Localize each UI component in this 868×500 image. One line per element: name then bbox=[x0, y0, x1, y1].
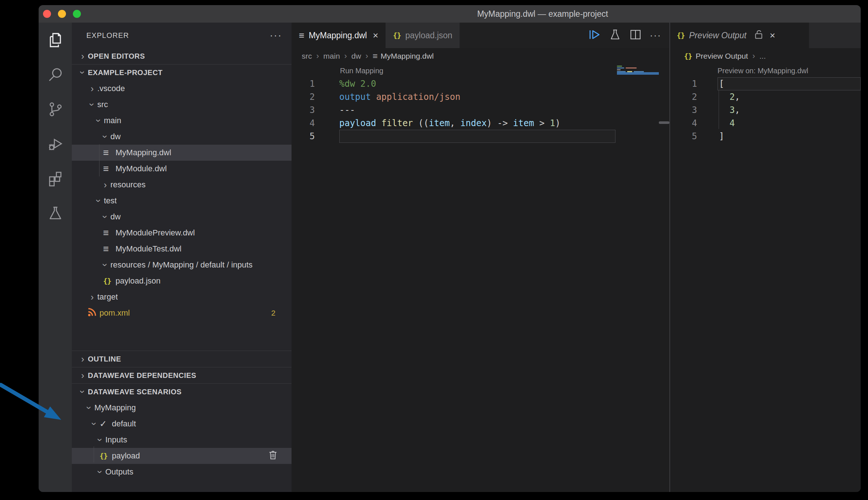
scrollbar-thumb[interactable] bbox=[659, 121, 669, 124]
chevron-down-icon: › bbox=[84, 403, 94, 413]
test-flask-icon[interactable] bbox=[39, 196, 72, 230]
editor-tab-bar: ≡ MyMapping.dwl × {} payload.json bbox=[292, 23, 669, 48]
breadcrumb-file[interactable]: MyMapping.dwl bbox=[380, 52, 434, 60]
breadcrumb-main[interactable]: main bbox=[323, 52, 340, 60]
file-lines-icon: ≡ bbox=[372, 51, 378, 61]
tree-item-mymapping-dwl[interactable]: ≡ MyMapping.dwl bbox=[72, 145, 292, 161]
breadcrumb: src › main › dw › ≡ MyMapping.dwl bbox=[292, 48, 669, 64]
chevron-down-icon: › bbox=[89, 419, 99, 429]
chevron-down-icon: › bbox=[100, 132, 110, 142]
breadcrumb-more[interactable]: ... bbox=[759, 52, 766, 60]
current-line-highlight bbox=[339, 130, 615, 143]
scenario-item-payload[interactable]: {} payload bbox=[72, 448, 292, 464]
section-dataweave-scenarios[interactable]: › DATAWEAVE SCENARIOS bbox=[72, 383, 292, 400]
tree-item-resources-compact[interactable]: › resources / MyMapping / default / inpu… bbox=[72, 257, 292, 273]
close-tab-icon[interactable]: × bbox=[770, 30, 775, 41]
close-tab-icon[interactable]: × bbox=[373, 30, 378, 41]
split-editor-icon[interactable] bbox=[629, 28, 642, 42]
file-lines-icon: ≡ bbox=[299, 30, 304, 41]
sidebar-title: EXPLORER bbox=[86, 31, 129, 40]
tree-item-target[interactable]: › target bbox=[72, 289, 292, 305]
json-braces-icon: {} bbox=[393, 31, 401, 40]
chevron-down-icon: › bbox=[95, 435, 105, 445]
screenshot-stage: MyMapping.dwl — example-project bbox=[0, 0, 868, 500]
tree-item-mymoduletest-dwl[interactable]: ≡ MyModuleTest.dwl bbox=[72, 241, 292, 257]
preview-on-codelens[interactable]: Preview on: MyMapping.dwl bbox=[670, 64, 861, 77]
chevron-right-icon: › bbox=[100, 180, 110, 190]
extensions-icon[interactable] bbox=[39, 161, 72, 196]
code-line: 2output application/json bbox=[292, 90, 669, 103]
window-title: MyMapping.dwl — example-project bbox=[477, 5, 608, 23]
tab-preview-output[interactable]: {} Preview Output × bbox=[670, 23, 809, 48]
source-control-icon[interactable] bbox=[39, 92, 72, 126]
tree-item-payload-json[interactable]: {} payload.json bbox=[72, 273, 292, 289]
tree-item-pom-xml[interactable]: pom.xml 2 bbox=[72, 305, 292, 321]
explorer-sidebar: EXPLORER ··· › OPEN EDITORS › EXAMPLE-PR… bbox=[72, 23, 292, 492]
tree-item-src[interactable]: › src bbox=[72, 97, 292, 113]
code-line: 5] bbox=[670, 130, 861, 143]
chevron-right-icon: › bbox=[78, 51, 88, 61]
tree-item-test-dw[interactable]: › dw bbox=[72, 209, 292, 225]
current-line-highlight bbox=[718, 77, 861, 90]
tab-mymapping-dwl[interactable]: ≡ MyMapping.dwl × bbox=[292, 23, 386, 48]
zoom-window-icon[interactable] bbox=[73, 10, 81, 18]
chevron-down-icon: › bbox=[87, 99, 97, 110]
scenario-item-inputs[interactable]: › Inputs bbox=[72, 432, 292, 448]
section-outline[interactable]: › OUTLINE bbox=[72, 351, 292, 367]
breadcrumb-src[interactable]: src bbox=[302, 52, 312, 60]
chevron-down-icon: › bbox=[78, 67, 88, 78]
breadcrumb-preview-output[interactable]: Preview Output bbox=[696, 52, 748, 60]
code-editor[interactable]: Run Mapping 1%dw 2.0 2output application… bbox=[292, 64, 669, 492]
tree-item-vscode[interactable]: › .vscode bbox=[72, 81, 292, 97]
title-bar: MyMapping.dwl — example-project bbox=[39, 5, 861, 23]
scenario-item-outputs[interactable]: › Outputs bbox=[72, 464, 292, 480]
editor-actions: ··· bbox=[589, 23, 669, 48]
sidebar-header: EXPLORER ··· bbox=[72, 23, 292, 48]
unlocked-padlock-icon[interactable] bbox=[754, 29, 764, 42]
more-actions-icon[interactable]: ··· bbox=[270, 32, 282, 39]
minimap-current-line bbox=[617, 72, 659, 75]
traffic-lights bbox=[43, 10, 81, 18]
minimize-window-icon[interactable] bbox=[58, 10, 66, 18]
tab-payload-json[interactable]: {} payload.json bbox=[386, 23, 460, 48]
tree-item-mymodule-dwl[interactable]: ≡ MyModule.dwl bbox=[72, 161, 292, 177]
preview-breadcrumb: {} Preview Output › ... bbox=[670, 48, 861, 64]
json-braces-icon: {} bbox=[99, 452, 112, 460]
tree-item-example-project[interactable]: › EXAMPLE-PROJECT bbox=[72, 65, 292, 81]
chevron-down-icon: › bbox=[78, 387, 88, 397]
file-lines-icon: ≡ bbox=[103, 163, 116, 175]
preview-editor[interactable]: Preview on: MyMapping.dwl 1[ 2 2, 3 3, 4… bbox=[670, 64, 861, 492]
tree-item-mymodulepreview-dwl[interactable]: ≡ MyModulePreview.dwl bbox=[72, 225, 292, 241]
scenario-item-default[interactable]: › ✓ default bbox=[72, 416, 292, 432]
tree-item-test[interactable]: › test bbox=[72, 193, 292, 209]
tree-item-dw[interactable]: › dw bbox=[72, 129, 292, 145]
code-line: 3--- bbox=[292, 103, 669, 117]
tree-item-resources[interactable]: › resources bbox=[72, 177, 292, 193]
json-braces-icon: {} bbox=[684, 52, 692, 60]
scenario-item-mymapping[interactable]: › MyMapping bbox=[72, 400, 292, 416]
run-debug-icon[interactable] bbox=[39, 126, 72, 161]
delete-trash-icon[interactable] bbox=[268, 450, 278, 462]
run-mapping-icon[interactable] bbox=[589, 28, 601, 42]
tree-item-main[interactable]: › main bbox=[72, 113, 292, 129]
section-open-editors[interactable]: › OPEN EDITORS bbox=[72, 48, 292, 65]
search-icon[interactable] bbox=[39, 57, 72, 92]
code-line: 4 4 bbox=[670, 117, 861, 130]
file-lines-icon: ≡ bbox=[103, 147, 116, 159]
preview-tab-bar: {} Preview Output × bbox=[670, 23, 861, 48]
section-dataweave-dependencies[interactable]: › DATAWEAVE DEPENDENCIES bbox=[72, 367, 292, 383]
chevron-down-icon: › bbox=[94, 116, 104, 126]
chevron-down-icon: › bbox=[95, 467, 105, 477]
close-window-icon[interactable] bbox=[43, 10, 51, 18]
problems-badge: 2 bbox=[271, 309, 275, 317]
beaker-icon[interactable] bbox=[609, 28, 621, 42]
explorer-icon[interactable] bbox=[39, 23, 72, 57]
minimap[interactable] bbox=[617, 65, 659, 76]
code-line: 2 2, bbox=[670, 90, 861, 103]
file-lines-icon: ≡ bbox=[103, 243, 116, 255]
check-icon: ✓ bbox=[99, 419, 112, 429]
run-mapping-codelens[interactable]: Run Mapping bbox=[292, 64, 669, 77]
more-actions-icon[interactable]: ··· bbox=[650, 32, 661, 39]
json-braces-icon: {} bbox=[103, 277, 116, 285]
breadcrumb-dw[interactable]: dw bbox=[351, 52, 361, 60]
